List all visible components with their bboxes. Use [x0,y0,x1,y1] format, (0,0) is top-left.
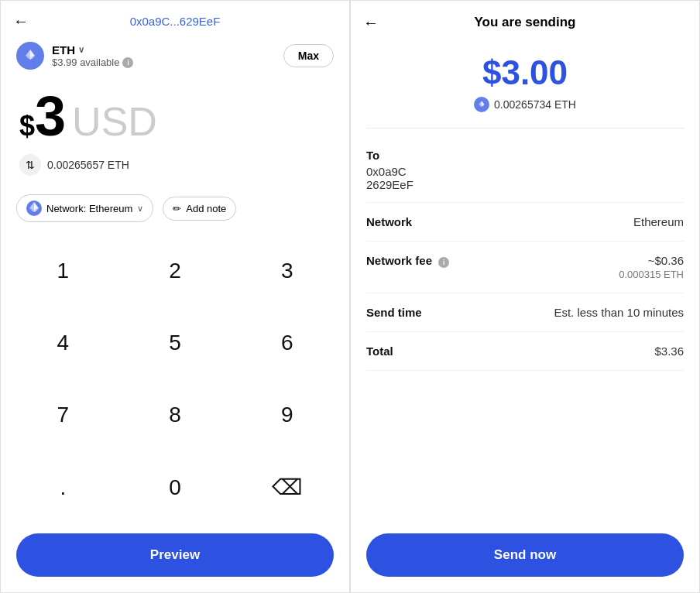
sending-usd-amount: $3.00 [366,53,684,92]
fee-info-icon[interactable]: i [438,257,449,268]
numpad-key-3[interactable]: 3 [231,235,343,307]
fee-values: ~$0.36 0.000315 ETH [619,254,684,280]
send-time-row: Send time Est. less than 10 minutes [366,293,684,332]
fee-row: Network fee i ~$0.36 0.000315 ETH [366,242,684,293]
panel2-header: ← You are sending [351,1,699,38]
panel1-header: ← 0x0a9C...629EeF [1,1,349,36]
network-label: Network: Ethereum [46,203,132,214]
divider-top [366,128,684,129]
total-value: $3.36 [654,344,684,358]
token-info: ETH ∨ $3.99 available i [16,42,133,70]
panel2-title: You are sending [475,15,576,30]
eth-logo-icon [16,42,44,70]
numpad-key-4[interactable]: 4 [7,307,119,379]
fee-eth-value: 0.000315 ETH [619,269,684,280]
numpad-key-7[interactable]: 7 [7,379,119,451]
amount-currency: USD [72,98,157,145]
amount-number: 3 [35,88,66,144]
token-name-row[interactable]: ETH ∨ [52,43,133,57]
swap-currency-button[interactable]: ⇅ [19,154,41,176]
numpad-key-0[interactable]: 0 [119,451,232,524]
dollar-sign: $ [19,110,35,142]
total-label: Total [366,344,393,358]
sending-eth-amount: 0.00265734 ETH [366,97,684,112]
numpad-key-2[interactable]: 2 [119,235,232,307]
max-button[interactable]: Max [283,44,334,67]
numpad-key-backspace[interactable]: ⌫ [231,451,343,524]
numpad-key-6[interactable]: 6 [231,307,343,379]
pencil-icon: ✏ [173,203,181,214]
send-time-value: Est. less than 10 minutes [554,306,684,319]
send-now-button[interactable]: Send now [366,533,684,577]
sending-amount-section: $3.00 0.00265734 ETH [351,38,699,118]
add-note-button[interactable]: ✏ Add note [163,197,236,221]
network-eth-icon [26,201,42,216]
numpad-key-8[interactable]: 8 [119,379,232,451]
total-row: Total $3.36 [366,332,684,371]
eth-equivalent-value: 0.00265657 ETH [47,159,129,171]
numpad: 123456789.0⌫ [1,235,349,524]
confirmation-panel: ← You are sending $3.00 0.00265734 ETH [350,0,700,593]
network-chevron-icon: ∨ [137,204,143,214]
token-balance: $3.99 available i [52,57,133,68]
eth-icon-confirmation [474,97,489,112]
token-dropdown-chevron[interactable]: ∨ [78,45,84,55]
address-link[interactable]: 0x0a9C...629EeF [130,15,221,28]
to-address-line1: 0x0a9C [366,165,684,178]
fee-usd-value: ~$0.36 [619,254,684,267]
token-symbol: ETH [52,43,75,57]
back-button-panel2[interactable]: ← [363,14,379,32]
add-note-label: Add note [186,203,226,214]
action-row: Network: Ethereum ∨ ✏ Add note [1,188,349,235]
token-text: ETH ∨ $3.99 available i [52,43,133,68]
network-select-button[interactable]: Network: Ethereum ∨ [16,194,153,222]
eth-equivalent-row: ⇅ 0.00265657 ETH [1,148,349,188]
fee-label: Network fee i [366,254,449,268]
to-address-line2: 2629EeF [366,178,684,191]
numpad-key-1[interactable]: 1 [7,235,119,307]
network-detail-value: Ethereum [633,215,684,228]
network-row: Network Ethereum [366,203,684,242]
send-time-label: Send time [366,306,422,319]
numpad-key-9[interactable]: 9 [231,379,343,451]
network-detail-label: Network [366,215,412,228]
to-row: To 0x0a9C 2629EeF [366,138,684,203]
numpad-key-5[interactable]: 5 [119,307,232,379]
detail-rows: To 0x0a9C 2629EeF Network Ethereum Netwo… [351,138,699,524]
to-label: To [366,149,684,162]
amount-display: $ 3 USD [1,76,349,148]
numpad-key-dot[interactable]: . [7,451,119,524]
back-button-panel1[interactable]: ← [13,12,29,30]
balance-info-icon[interactable]: i [122,57,133,68]
preview-button[interactable]: Preview [16,533,334,577]
send-amount-panel: ← 0x0a9C...629EeF ETH ∨ [0,0,350,593]
token-row: ETH ∨ $3.99 available i Max [1,36,349,76]
